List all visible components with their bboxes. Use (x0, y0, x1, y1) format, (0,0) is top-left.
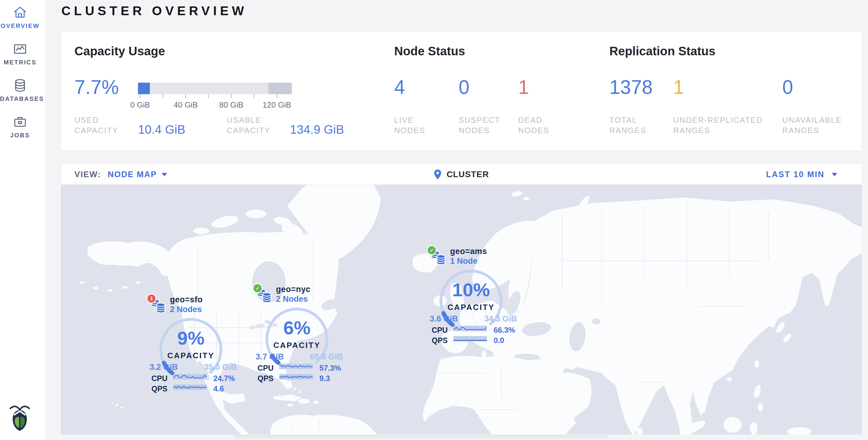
cpu-label: CPU (253, 364, 274, 373)
healthy-check-badge (428, 246, 436, 254)
qps-label: QPS (253, 374, 274, 383)
axis-tick (277, 94, 277, 98)
cpu-sparkline (173, 374, 207, 380)
capacity-bar-reserved (268, 83, 292, 94)
qps-sparkline (173, 384, 207, 390)
live-nodes-value: 4 (394, 77, 405, 97)
capacity-percent: 9% (157, 328, 224, 348)
total-ranges-label: TOTAL RANGES (609, 115, 658, 135)
briefcase-icon (13, 115, 27, 129)
replication-status-title: Replication Status (609, 44, 715, 58)
axis-tick (163, 94, 163, 98)
map-toolbar: VIEW: NODE MAP CLUSTER LAST 10 MIN (61, 163, 862, 185)
unavailable-ranges-label: UNAVAILABLE RANGES (782, 115, 855, 135)
locality-marker-ams[interactable]: geo=ams 1 Node 10% CAPACITY 3.6 GiB 34.3… (428, 246, 519, 349)
axis-tick (140, 94, 141, 98)
suspect-nodes-label: SUSPECT NODES (459, 115, 510, 135)
sidebar-item-databases[interactable]: DATABASES (0, 78, 40, 102)
total-ranges-value: 1378 (609, 77, 653, 97)
map-pin-icon (434, 169, 442, 180)
cpu-sparkline (454, 326, 487, 331)
capacity-usage-title: Capacity Usage (74, 44, 165, 58)
capacity-usable: 35.0 GiB (204, 363, 243, 372)
capacity-caption: CAPACITY (438, 303, 504, 312)
capacity-percent: 10% (438, 280, 504, 300)
capacity-used: 3.6 GiB (428, 314, 458, 324)
qps-label: QPS (428, 336, 448, 345)
axis-tick (231, 94, 231, 98)
locality-name[interactable]: geo=sfo (170, 295, 203, 305)
locality-marker-sfo[interactable]: 1 geo=sfo 2 Nodes 9% CAPACITY 3.2 GiB 35… (147, 294, 239, 398)
node-status-title: Node Status (394, 44, 465, 58)
cockroachdb-logo[interactable] (8, 404, 32, 432)
locality-name[interactable]: geo=ams (450, 247, 487, 256)
qps-sparkline (454, 336, 487, 342)
cpu-sparkline (279, 364, 313, 369)
home-icon (13, 5, 27, 20)
axis-tick-label: 120 GiB (256, 100, 298, 110)
node-map[interactable]: 1 geo=sfo 2 Nodes 9% CAPACITY 3.2 GiB 35… (61, 185, 862, 435)
dead-nodes-value: 1 (518, 77, 529, 97)
locality-node-count[interactable]: 2 Nodes (276, 294, 308, 304)
sidebar-item-overview[interactable]: OVERVIEW (0, 5, 40, 29)
capacity-usable: 34.3 GiB (484, 314, 524, 324)
sidebar-item-jobs[interactable]: JOBS (0, 115, 40, 139)
sidebar-item-metrics[interactable]: METRICS (0, 42, 40, 66)
healthy-check-badge (253, 284, 262, 292)
capacity-caption: CAPACITY (264, 341, 330, 350)
live-nodes-label: LIVE NODES (394, 115, 446, 135)
capacity-bar-fill (138, 83, 150, 94)
capacity-used: 3.2 GiB (147, 363, 178, 372)
used-capacity-value: 10.4 GiB (138, 123, 185, 136)
breadcrumb-cluster[interactable]: CLUSTER (446, 169, 489, 179)
qps-value: 9.3 (319, 374, 330, 383)
axis-tick-label: 0 GiB (119, 100, 161, 110)
database-icon (13, 78, 27, 92)
capacity-usable: 65.6 GiB (310, 352, 349, 362)
horizontal-scrollbar[interactable] (234, 435, 608, 439)
capacity-gauge (157, 316, 224, 383)
capacity-used: 3.7 GiB (253, 352, 284, 362)
cpu-label: CPU (147, 374, 167, 383)
cpu-value: 66.3% (494, 326, 515, 335)
dead-node-badge: 1 (147, 294, 156, 303)
usable-capacity-label: USABLE CAPACITY (227, 115, 278, 135)
time-range-value: LAST 10 MIN (766, 170, 825, 179)
locality-name[interactable]: geo=nyc (276, 285, 311, 294)
sidebar-item-label: DATABASES (0, 95, 40, 102)
locality-node-count[interactable]: 2 Nodes (170, 305, 202, 314)
under-replicated-value: 1 (673, 77, 684, 97)
capacity-gauge (264, 306, 330, 373)
sidebar: OVERVIEW METRICS DATABASES JOBS (0, 0, 45, 440)
capacity-pct: 7.7% (74, 77, 119, 97)
axis-tick (208, 94, 209, 98)
time-range-dropdown[interactable]: LAST 10 MIN (766, 164, 837, 185)
page-title: CLUSTER OVERVIEW (61, 4, 247, 18)
used-capacity-label: USED CAPACITY (74, 115, 123, 135)
suspect-nodes-value: 0 (459, 77, 470, 97)
usable-capacity-value: 134.9 GiB (290, 123, 344, 136)
capacity-bar (138, 83, 292, 94)
under-replicated-label: UNDER-REPLICATED RANGES (673, 115, 767, 135)
cpu-label: CPU (428, 326, 448, 335)
capacity-percent: 6% (264, 318, 330, 338)
sidebar-item-label: OVERVIEW (0, 23, 40, 29)
metrics-chart-icon (13, 42, 27, 56)
locality-marker-nyc[interactable]: geo=nyc 2 Nodes 6% CAPACITY 3.7 GiB 65.6… (253, 284, 345, 387)
qps-label: QPS (147, 384, 167, 393)
locality-node-count[interactable]: 1 Node (450, 256, 477, 266)
axis-tick (254, 94, 254, 98)
qps-sparkline (279, 374, 313, 380)
qps-value: 0.0 (494, 336, 504, 345)
unavailable-ranges-value: 0 (782, 77, 793, 97)
axis-tick (185, 94, 186, 98)
capacity-gauge (438, 268, 504, 335)
sidebar-item-label: METRICS (0, 59, 40, 66)
cluster-summary-panel: Capacity Usage 7.7% 0 GiB 40 GiB 80 GiB … (61, 31, 862, 151)
dead-nodes-label: DEAD NODES (518, 115, 570, 135)
axis-tick-label: 80 GiB (210, 100, 253, 110)
qps-value: 4.6 (213, 384, 224, 393)
capacity-caption: CAPACITY (157, 351, 224, 360)
cpu-value: 24.7% (213, 374, 235, 383)
cpu-value: 57.3% (319, 364, 341, 373)
